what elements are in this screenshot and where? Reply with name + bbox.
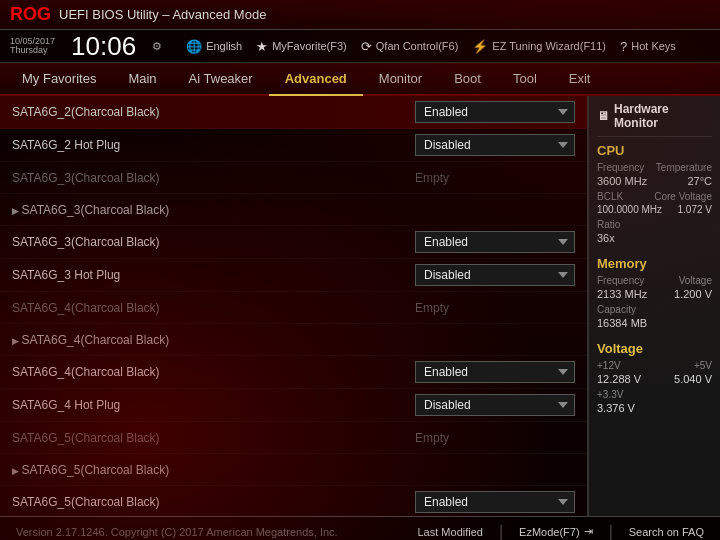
fan-icon: ⟳ [361, 39, 372, 54]
hw-mem-cap-value: 16384 MB [597, 317, 647, 329]
nav-bar: My Favorites Main Ai Tweaker Advanced Mo… [0, 63, 720, 96]
hw-voltage-title: Voltage [597, 341, 712, 356]
setting-label-sata6g5: SATA6G_5(Charcoal Black) [12, 495, 415, 509]
hw-mem-volt-value: 1.200 V [674, 288, 712, 300]
hw-cpu-freq-val-row: 3600 MHz 27°C [597, 175, 712, 189]
monitor-screen-icon: 🖥 [597, 109, 609, 123]
hw-cpu-corevolt-value: 1.072 V [678, 204, 712, 215]
setting-label-sata6g3: SATA6G_3(Charcoal Black) [12, 235, 415, 249]
favorites-label: MyFavorite(F3) [272, 40, 347, 52]
setting-row-sata6g2: SATA6G_2(Charcoal Black) Enabled Disable… [0, 96, 587, 129]
hw-volt-12v-value: 12.288 V [597, 373, 641, 385]
hw-volt-3v3-row: +3.3V [597, 389, 712, 400]
tab-monitor[interactable]: Monitor [363, 63, 438, 96]
wizard-icon: ⚡ [472, 39, 488, 54]
top-icons-bar: 🌐 English ★ MyFavorite(F3) ⟳ Qfan Contro… [186, 39, 676, 54]
bottom-bar: Version 2.17.1246. Copyright (C) 2017 Am… [0, 516, 720, 540]
hw-cpu-freq-value: 3600 MHz [597, 175, 647, 187]
qfan-control[interactable]: ⟳ Qfan Control(F6) [361, 39, 459, 54]
setting-label-sata6g3-group: SATA6G_3(Charcoal Black) [12, 203, 575, 217]
qfan-label: Qfan Control(F6) [376, 40, 459, 52]
setting-dropdown-sata6g3-hotplug[interactable]: Disabled Enabled [415, 264, 575, 286]
setting-label-sata6g3-empty: SATA6G_3(Charcoal Black) [12, 171, 415, 185]
hw-volt-3v3-label: +3.3V [597, 389, 623, 400]
bios-title: UEFI BIOS Utility – Advanced Mode [59, 7, 266, 22]
settings-gear-icon[interactable]: ⚙ [152, 40, 162, 53]
setting-row-sata6g2-hotplug: SATA6G_2 Hot Plug Disabled Enabled [0, 129, 587, 162]
ez-tuning-wizard[interactable]: ⚡ EZ Tuning Wizard(F11) [472, 39, 606, 54]
setting-label-sata6g4-hotplug: SATA6G_4 Hot Plug [12, 398, 415, 412]
hw-cpu-bclk-row: BCLK Core Voltage [597, 191, 712, 202]
search-faq-btn[interactable]: Search on FAQ [629, 526, 704, 538]
hw-mem-freq-label: Frequency [597, 275, 644, 286]
setting-label-sata6g2-hotplug: SATA6G_2 Hot Plug [12, 138, 415, 152]
separator-1: | [499, 523, 503, 541]
hw-cpu-temp-label: Temperature [656, 162, 712, 173]
hw-cpu-bclk-value: 100.0000 MHz [597, 204, 662, 215]
hw-mem-freq-val-row: 2133 MHz 1.200 V [597, 288, 712, 302]
hw-volt-3v3-value: 3.376 V [597, 402, 635, 414]
tab-ai-tweaker[interactable]: Ai Tweaker [173, 63, 269, 96]
hw-cpu-temp-value: 27°C [687, 175, 712, 187]
tab-advanced[interactable]: Advanced [269, 63, 363, 96]
setting-dropdown-sata6g2[interactable]: Enabled Disabled [415, 101, 575, 123]
setting-row-sata6g5-empty: SATA6G_5(Charcoal Black) Empty [0, 422, 587, 454]
setting-label-sata6g5-group: SATA6G_5(Charcoal Black) [12, 463, 575, 477]
tab-exit[interactable]: Exit [553, 63, 607, 96]
my-favorites-shortcut[interactable]: ★ MyFavorite(F3) [256, 39, 347, 54]
last-modified-btn[interactable]: Last Modified [418, 526, 483, 538]
setting-label-sata6g5-empty: SATA6G_5(Charcoal Black) [12, 431, 415, 445]
hw-cpu-section: CPU Frequency Temperature 3600 MHz 27°C … [597, 143, 712, 246]
copyright-text: Version 2.17.1246. Copyright (C) 2017 Am… [16, 526, 338, 538]
main-content: SATA6G_2(Charcoal Black) Enabled Disable… [0, 96, 720, 516]
ez-mode-btn[interactable]: EzMode(F7) ⇥ [519, 525, 593, 538]
setting-row-sata6g5-group[interactable]: SATA6G_5(Charcoal Black) [0, 454, 587, 486]
setting-empty-sata6g3: Empty [415, 171, 575, 185]
setting-dropdown-sata6g2-hotplug[interactable]: Disabled Enabled [415, 134, 575, 156]
hw-voltage-section: Voltage +12V +5V 12.288 V 5.040 V +3.3V … [597, 341, 712, 416]
favorites-icon: ★ [256, 39, 268, 54]
ez-mode-icon: ⇥ [584, 525, 593, 538]
tab-boot[interactable]: Boot [438, 63, 497, 96]
hw-mem-freq-row: Frequency Voltage [597, 275, 712, 286]
hw-cpu-bclk-label: BCLK [597, 191, 623, 202]
setting-row-sata6g5-enabled: SATA6G_5(Charcoal Black) Enabled Disable… [0, 486, 587, 516]
hw-volt-5v-value: 5.040 V [674, 373, 712, 385]
setting-label-sata6g4: SATA6G_4(Charcoal Black) [12, 365, 415, 379]
hw-volt-12v-val-row: 12.288 V 5.040 V [597, 373, 712, 387]
setting-dropdown-sata6g4-hotplug[interactable]: Disabled Enabled [415, 394, 575, 416]
hot-keys[interactable]: ? Hot Keys [620, 39, 676, 54]
tab-main[interactable]: Main [112, 63, 172, 96]
hw-volt-3v3-val-row: 3.376 V [597, 402, 712, 416]
setting-dropdown-sata6g5[interactable]: Enabled Disabled [415, 491, 575, 513]
setting-dropdown-sata6g3[interactable]: Enabled Disabled [415, 231, 575, 253]
setting-empty-sata6g4: Empty [415, 301, 575, 315]
hw-cpu-title: CPU [597, 143, 712, 158]
language-label: English [206, 40, 242, 52]
tab-my-favorites[interactable]: My Favorites [6, 63, 112, 96]
setting-dropdown-sata6g4[interactable]: Enabled Disabled [415, 361, 575, 383]
wizard-label: EZ Tuning Wizard(F11) [492, 40, 606, 52]
hw-cpu-ratio-val-row: 36x [597, 232, 712, 246]
hw-cpu-corevolt-label: Core Voltage [654, 191, 712, 202]
setting-row-sata6g3-hotplug: SATA6G_3 Hot Plug Disabled Enabled [0, 259, 587, 292]
setting-empty-sata6g5: Empty [415, 431, 575, 445]
hw-memory-section: Memory Frequency Voltage 2133 MHz 1.200 … [597, 256, 712, 331]
datetime-bar: 10/05/2017Thursday 10:06 ⚙ 🌐 English ★ M… [0, 30, 720, 63]
hw-monitor-title: 🖥 Hardware Monitor [597, 102, 712, 137]
setting-row-sata6g4-group[interactable]: SATA6G_4(Charcoal Black) [0, 324, 587, 356]
date-display: 10/05/2017Thursday [10, 37, 55, 55]
bottom-buttons: Last Modified | EzMode(F7) ⇥ | Search on… [418, 523, 705, 541]
hw-mem-volt-label: Voltage [679, 275, 712, 286]
separator-2: | [609, 523, 613, 541]
setting-row-sata6g3-empty: SATA6G_3(Charcoal Black) Empty [0, 162, 587, 194]
settings-panel: SATA6G_2(Charcoal Black) Enabled Disable… [0, 96, 588, 516]
language-selector[interactable]: 🌐 English [186, 39, 242, 54]
tab-tool[interactable]: Tool [497, 63, 553, 96]
globe-icon: 🌐 [186, 39, 202, 54]
setting-row-sata6g4-empty: SATA6G_4(Charcoal Black) Empty [0, 292, 587, 324]
rog-logo: ROG [10, 4, 51, 25]
setting-row-sata6g3-group[interactable]: SATA6G_3(Charcoal Black) [0, 194, 587, 226]
hw-mem-cap-row: Capacity [597, 304, 712, 315]
setting-row-sata6g4-enabled: SATA6G_4(Charcoal Black) Enabled Disable… [0, 356, 587, 389]
